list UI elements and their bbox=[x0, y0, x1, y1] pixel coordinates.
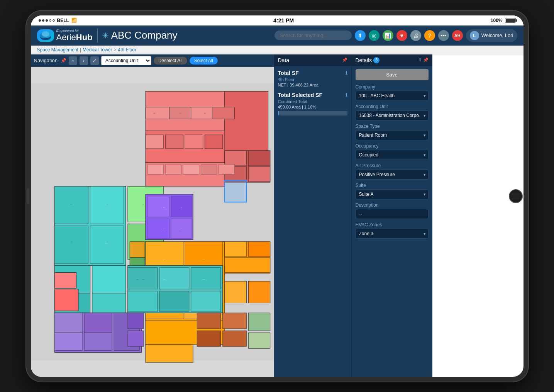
nav-expand-btn[interactable]: ⤢ bbox=[90, 56, 99, 65]
svg-rect-75 bbox=[127, 331, 143, 346]
breadcrumb-module[interactable]: Space Management bbox=[37, 47, 78, 53]
header-icons: ⬆ ◎ 📊 ♥ 🖨 ? ••• AH L Welcome, Lori bbox=[355, 29, 517, 42]
ipad-volume-buttons bbox=[25, 188, 29, 204]
description-input[interactable] bbox=[356, 209, 429, 219]
svg-text:--: -- bbox=[179, 112, 181, 115]
svg-text:--: -- bbox=[180, 227, 182, 230]
deselect-all-btn[interactable]: Deselect All bbox=[154, 57, 187, 64]
space-type-field-group: Space Type Patient Room bbox=[356, 124, 429, 140]
print-icon[interactable]: 🖨 bbox=[410, 30, 421, 41]
details-info-icon[interactable]: ℹ bbox=[419, 58, 421, 63]
svg-rect-69 bbox=[127, 291, 157, 311]
svg-text:--: -- bbox=[203, 278, 205, 281]
svg-rect-81 bbox=[248, 333, 270, 348]
data-panel-header: Data 📌 bbox=[274, 54, 351, 66]
svg-rect-26 bbox=[219, 164, 234, 174]
total-sf-info-icon[interactable]: ℹ bbox=[346, 70, 347, 76]
svg-rect-52 bbox=[224, 241, 246, 256]
svg-text:--: -- bbox=[153, 112, 155, 115]
ipad-home-button[interactable] bbox=[509, 189, 523, 203]
logo-engineered-text: Engineered for bbox=[56, 29, 93, 32]
svg-text:--: -- bbox=[71, 202, 73, 205]
svg-rect-40 bbox=[84, 313, 112, 333]
details-panel: Details 3 ℹ 📌 Save Company 100 - bbox=[351, 54, 432, 377]
occupancy-label: Occupancy bbox=[356, 143, 429, 149]
breadcrumb-floor[interactable]: 4th Floor bbox=[118, 47, 136, 53]
nav-next-btn[interactable]: › bbox=[80, 56, 88, 65]
logo-main-area: AerieHub bbox=[56, 32, 93, 42]
space-type-select[interactable]: Patient Room bbox=[356, 130, 429, 140]
air-pressure-field-group: Air Pressure Positive Pressure bbox=[356, 163, 429, 180]
svg-rect-41 bbox=[54, 333, 82, 350]
space-type-select-wrap: Patient Room bbox=[356, 130, 429, 140]
header-right-area: ⬆ ◎ 📊 ♥ 🖨 ? ••• AH L Welcome, Lori bbox=[274, 29, 517, 42]
nav-prev-btn[interactable]: ‹ bbox=[69, 56, 77, 65]
carrier-name: BELL bbox=[57, 18, 69, 23]
accounting-unit-select[interactable]: 16038 - Administration Corporate bbox=[356, 110, 429, 120]
help-icon[interactable]: ? bbox=[424, 30, 435, 41]
company-select[interactable]: 100 - ABC Health bbox=[356, 91, 429, 101]
svg-text:--: -- bbox=[247, 247, 249, 250]
breadcrumb-building[interactable]: Medical Tower bbox=[83, 47, 112, 53]
ipad-frame: BELL 📶 4:21 PM 100% bbox=[26, 11, 528, 382]
svg-rect-15 bbox=[205, 135, 222, 149]
company-label: Company bbox=[356, 84, 429, 90]
svg-rect-44 bbox=[54, 289, 78, 311]
svg-text:--: -- bbox=[180, 205, 182, 208]
hvac-zones-field-group: HVAC Zones Zone 3 bbox=[356, 222, 429, 239]
details-pin-icon[interactable]: 📌 bbox=[423, 58, 429, 63]
svg-rect-71 bbox=[191, 291, 220, 311]
battery-pct: 100% bbox=[491, 18, 503, 23]
svg-text:--: -- bbox=[106, 240, 108, 243]
svg-rect-68 bbox=[191, 267, 220, 289]
signal-dot-2 bbox=[42, 19, 44, 22]
svg-rect-73 bbox=[146, 344, 193, 362]
suite-label: Suite bbox=[356, 183, 429, 188]
app-logo-icon[interactable]: AH bbox=[452, 30, 463, 41]
user-welcome-badge[interactable]: L Welcome, Lori bbox=[466, 29, 517, 42]
occupancy-select-wrap: Occupied bbox=[356, 150, 429, 160]
breadcrumb-arrow: > bbox=[114, 47, 117, 53]
suite-select-wrap: Suite A bbox=[356, 189, 429, 199]
snowflake-icon: ✳ bbox=[102, 31, 109, 40]
svg-text:--: -- bbox=[163, 205, 165, 208]
nav-unit-select[interactable]: Accounting Unit bbox=[101, 56, 151, 65]
nav-pin-icon[interactable]: 📌 bbox=[61, 58, 66, 63]
chart-icon[interactable]: 📊 bbox=[383, 30, 393, 41]
hvac-zones-select[interactable]: Zone 3 bbox=[356, 229, 429, 239]
description-label: Description bbox=[356, 202, 429, 208]
heart-icon[interactable]: ♥ bbox=[396, 30, 407, 41]
data-panel: Data 📌 Total SF ℹ 4th Floor NET | 39,468… bbox=[274, 54, 351, 377]
select-all-btn[interactable]: Select All bbox=[190, 57, 218, 64]
total-selected-info-icon[interactable]: ℹ bbox=[346, 92, 347, 98]
svg-rect-7 bbox=[146, 107, 169, 119]
svg-rect-102 bbox=[224, 180, 246, 202]
description-field-group: Description bbox=[356, 202, 429, 219]
save-button[interactable]: Save bbox=[356, 69, 429, 80]
user-avatar: L bbox=[470, 31, 479, 40]
svg-rect-12 bbox=[146, 135, 163, 149]
location-icon[interactable]: ◎ bbox=[369, 30, 379, 41]
svg-text:--: -- bbox=[142, 278, 144, 281]
progress-bar-fill bbox=[278, 111, 279, 115]
svg-rect-76 bbox=[197, 313, 220, 329]
svg-rect-53 bbox=[248, 241, 270, 256]
occupancy-select[interactable]: Occupied bbox=[356, 150, 429, 160]
suite-select[interactable]: Suite A bbox=[356, 189, 429, 199]
signal-dot-4 bbox=[49, 19, 51, 22]
air-pressure-select[interactable]: Positive Pressure bbox=[356, 170, 429, 180]
more-icon[interactable]: ••• bbox=[438, 30, 449, 41]
floor-plan-area[interactable]: -- -- -- -- -- -- -- -- -- -- -- -- -- -… bbox=[31, 67, 274, 377]
upload-icon[interactable]: ⬆ bbox=[355, 30, 366, 41]
nav-toolbar: Navigation 📌 ‹ › ⤢ Accounting Unit Desel… bbox=[31, 54, 274, 67]
svg-rect-39 bbox=[54, 313, 82, 333]
status-bar: BELL 📶 4:21 PM 100% bbox=[31, 15, 524, 25]
app-header: Engineered for AerieHub ✳ ABC Company ⬆ … bbox=[31, 25, 524, 46]
data-panel-content: Total SF ℹ 4th Floor NET | 39,468.22 Are… bbox=[274, 66, 351, 377]
total-selected-label: Total Selected SF ℹ bbox=[278, 92, 347, 98]
global-search-input[interactable] bbox=[274, 31, 352, 40]
hvac-zones-label: HVAC Zones bbox=[356, 222, 429, 227]
battery-fill bbox=[506, 19, 515, 22]
data-panel-pin-icon[interactable]: 📌 bbox=[342, 58, 347, 63]
company-title-area: ✳ ABC Company bbox=[102, 29, 178, 41]
